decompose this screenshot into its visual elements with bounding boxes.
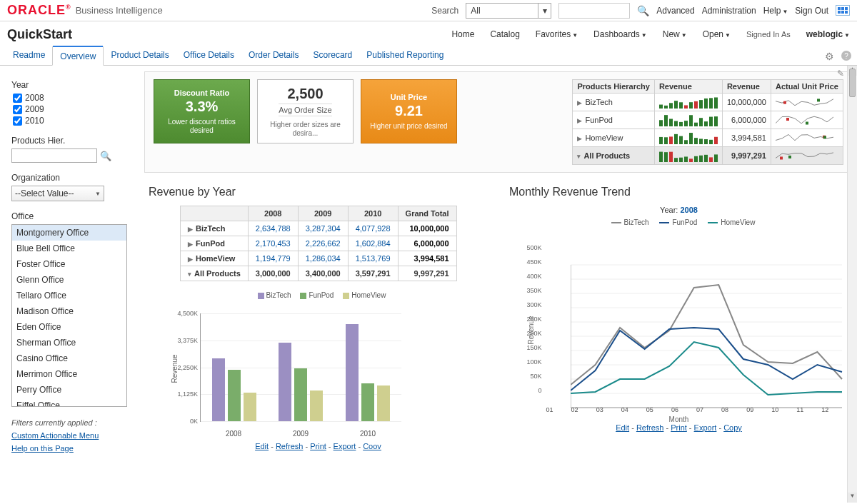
office-item[interactable]: Perry Office [12,382,126,398]
bar-biztech-2008[interactable] [212,358,225,421]
svg-rect-45 [674,158,678,162]
office-item[interactable]: Sherman Office [12,335,126,351]
svg-rect-1 [664,106,668,109]
search-icon[interactable]: 🔍 [637,5,649,16]
bar-biztech-2010[interactable] [346,324,359,421]
tile-unit-price[interactable]: Unit Price 9.21 Higher unit price desire… [361,79,457,143]
nav-catalog[interactable]: Catalog [490,29,519,39]
bar-funpod-2008[interactable] [228,370,241,421]
refresh-link[interactable]: Refresh [276,442,304,450]
year-checkbox-2010[interactable]: 2010 [13,116,134,126]
bar-homeview-2010[interactable] [377,385,390,421]
bar-homeview-2008[interactable] [244,393,256,421]
office-item[interactable]: Merrimon Office [12,366,126,382]
svg-rect-33 [684,140,688,144]
office-listbox[interactable]: Montgomery OfficeBlue Bell OfficeFoster … [11,224,127,407]
search-input[interactable] [558,3,630,19]
tile-avg-order-size[interactable]: 2,500 Avg Order Size Higher order sizes … [257,79,354,143]
oracle-logo: ORACLE® [7,3,71,18]
svg-rect-22 [699,118,703,126]
search-label: Search [431,6,458,16]
svg-rect-47 [684,156,688,162]
svg-rect-42 [659,152,663,162]
search-scope-select[interactable]: All ▾ [466,3,551,19]
refresh-link[interactable]: Refresh [636,423,664,432]
tab-overview[interactable]: Overview [52,46,104,66]
edit-icon[interactable]: ✎ [837,69,844,79]
svg-rect-54 [780,156,783,159]
print-link[interactable]: Print [310,442,326,450]
organization-select[interactable]: --Select Value--▼ [11,186,104,201]
products-mini-table: Products HierarchyRevenueRevenueActual U… [572,79,843,165]
svg-rect-49 [694,156,698,162]
svg-rect-48 [689,158,693,162]
edit-link[interactable]: Edit [616,423,629,432]
help-icon[interactable]: ? [841,51,851,61]
vertical-scrollbar[interactable]: ▲▼ [847,66,857,503]
svg-rect-36 [699,138,703,144]
bar-funpod-2009[interactable] [294,368,307,421]
svg-rect-25 [714,116,718,126]
tab-product-details[interactable]: Product Details [104,46,176,65]
gear-icon[interactable]: ⚙ [825,51,834,62]
user-menu[interactable]: weblogic▼ [806,29,850,39]
tab-row: ReadmeOverviewProduct DetailsOffice Deta… [0,47,857,66]
print-link[interactable]: Print [671,423,687,432]
office-item[interactable]: Foster Office [12,256,126,272]
nav-dashboards[interactable]: Dashboards▼ [593,29,647,39]
svg-rect-24 [709,117,713,126]
office-item[interactable]: Montgomery Office [12,225,126,241]
year-checkbox-2008[interactable]: 2008 [13,93,134,103]
office-item[interactable]: Eden Office [12,319,126,335]
edit-link[interactable]: Edit [255,442,269,450]
help-menu[interactable]: Help▼ [763,6,788,16]
signout-link[interactable]: Sign Out [795,6,828,16]
nav-home[interactable]: Home [451,29,474,39]
help-on-page-link[interactable]: Help on this Page [11,444,134,453]
administration-link[interactable]: Administration [702,6,756,16]
search-icon[interactable]: 🔍 [100,151,111,161]
nav-open[interactable]: Open▼ [703,29,731,39]
table-row[interactable]: ▶BizTech10,000,000 [573,94,843,111]
app-switcher-icon[interactable] [836,5,850,16]
tab-office-details[interactable]: Office Details [176,46,241,65]
nav-new[interactable]: New▼ [663,29,687,39]
office-item[interactable]: Glenn Office [12,272,126,288]
svg-rect-51 [704,155,708,162]
year-checkbox-2009[interactable]: 2009 [13,104,134,114]
bar-funpod-2010[interactable] [361,383,374,421]
tab-readme[interactable]: Readme [6,46,52,65]
table-row[interactable]: ▶HomeView1,194,7791,286,0341,513,7693,99… [181,251,457,266]
export-link[interactable]: Export [334,442,356,450]
line-series-homeview[interactable] [571,342,842,395]
table-total-row[interactable]: ▾All Products9,997,291 [573,147,843,165]
office-item[interactable]: Casino Office [12,351,126,366]
tab-published-reporting[interactable]: Published Reporting [359,46,451,65]
office-item[interactable]: Blue Bell Office [12,241,126,256]
svg-rect-37 [704,139,708,144]
copy-link[interactable]: Copy [723,423,742,432]
tab-order-details[interactable]: Order Details [241,46,306,65]
export-link[interactable]: Export [694,423,717,432]
office-item[interactable]: Tellaro Office [12,288,126,303]
chevron-down-icon[interactable]: ▾ [538,4,551,18]
table-row[interactable]: ▶FunPod6,000,000 [573,111,843,129]
table-row[interactable]: ▶HomeView3,994,581 [573,129,843,147]
nav-favorites[interactable]: Favorites▼ [536,29,578,39]
tile-discount-ratio[interactable]: Discount Ratio 3.3% Lower discount ratio… [154,79,250,143]
table-row[interactable]: ▶BizTech2,634,7883,287,3044,077,92810,00… [181,221,457,236]
svg-rect-55 [788,156,791,158]
bar-biztech-2009[interactable] [279,343,291,421]
table-total-row[interactable]: ▾All Products3,000,0003,400,0003,597,291… [181,266,457,281]
bar-homeview-2009[interactable] [310,390,323,421]
office-item[interactable]: Eiffel Office [12,398,126,407]
advanced-link[interactable]: Advanced [656,6,694,16]
copy-link[interactable]: Coov [363,442,381,450]
line-series-biztech[interactable] [571,285,842,385]
custom-actionable-menu-link[interactable]: Custom Actionable Menu [11,431,134,440]
office-item[interactable]: Madison Office [12,303,126,319]
tab-scorecard[interactable]: Scorecard [306,46,360,65]
chart-actions-right: Edit - Refresh - Print - Export - Copy [505,423,853,432]
table-row[interactable]: ▶FunPod2,170,4532,226,6621,602,8846,000,… [181,236,457,251]
products-hier-input[interactable] [11,148,97,163]
